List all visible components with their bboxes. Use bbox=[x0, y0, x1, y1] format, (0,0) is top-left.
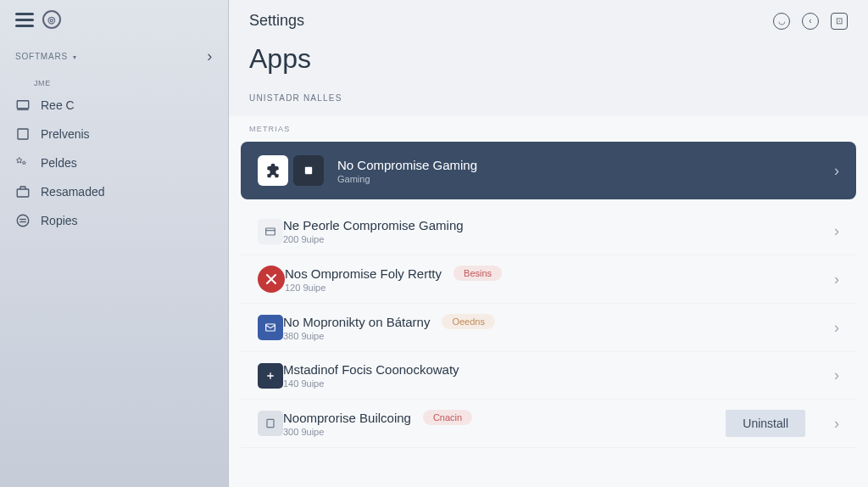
subsection-label: UNISTADR NALLES bbox=[229, 90, 868, 116]
sidebar-section-header[interactable]: SOFTMARS ▾ › bbox=[0, 42, 228, 70]
user-icon[interactable]: ◡ bbox=[773, 13, 790, 30]
chevron-right-icon: › bbox=[821, 271, 839, 288]
svg-rect-2 bbox=[18, 129, 28, 139]
apps-list: METRIAS No Compromise Gaming Gaming › Ne… bbox=[229, 116, 868, 487]
status-badge: Oeedns bbox=[442, 314, 495, 329]
chevron-right-icon: › bbox=[821, 367, 839, 384]
logo-icon[interactable]: ◎ bbox=[42, 10, 61, 29]
sidebar-top: ◎ bbox=[0, 10, 228, 42]
section-label-text: SOFTMARS bbox=[15, 52, 68, 61]
app-doc-icon bbox=[258, 411, 283, 436]
uninstall-button[interactable]: Uninstall bbox=[726, 410, 805, 437]
chevron-right-icon: › bbox=[821, 319, 839, 337]
main-content: Settings ◡ ‹ ⊡ Apps UNISTADR NALLES METR… bbox=[229, 0, 868, 487]
sidebar-item-prelvenis[interactable]: Prelvenis bbox=[0, 120, 228, 148]
svg-point-4 bbox=[17, 215, 29, 227]
chevron-right-icon: › bbox=[821, 222, 839, 240]
sidebar-item-label: Ropies bbox=[41, 214, 78, 227]
sidebar: ◎ SOFTMARS ▾ › JME Ree C Prelvenis Pelde… bbox=[0, 0, 229, 487]
app-sub: Gaming bbox=[337, 174, 821, 184]
app-name: No Mopronikty on Bátarny bbox=[283, 315, 430, 329]
sidebar-tiny-label: JME bbox=[0, 70, 228, 91]
app-row[interactable]: Ne Peorle Compromise Gaming 200 9uipe › bbox=[241, 208, 856, 255]
chevron-right-icon: › bbox=[207, 48, 213, 65]
app-close-icon bbox=[258, 266, 285, 293]
app-row-selected[interactable]: No Compromise Gaming Gaming › bbox=[241, 142, 856, 199]
app-window-icon bbox=[258, 219, 283, 244]
app-size: 140 9uipe bbox=[283, 378, 821, 389]
status-badge: Besins bbox=[453, 266, 502, 281]
app-text: Ne Peorle Compromise Gaming 200 9uipe bbox=[283, 218, 821, 244]
app-icon-group bbox=[258, 155, 324, 186]
sidebar-item-label: Peldes bbox=[41, 156, 77, 170]
app-text: No Compromise Gaming Gaming bbox=[337, 158, 821, 184]
svg-rect-0 bbox=[17, 101, 29, 109]
app-name: Nos Ompromise Foly Rertty bbox=[285, 266, 442, 281]
page-title: Apps bbox=[229, 36, 868, 90]
monitor-icon bbox=[15, 98, 31, 113]
app-row[interactable]: No Mopronikty on Bátarny Oeedns 380 9uip… bbox=[241, 304, 856, 352]
back-icon[interactable]: ‹ bbox=[802, 13, 819, 30]
app-stop-icon bbox=[293, 155, 324, 186]
app-text: Mstadinof Focis Coonockowaty 140 9uipe bbox=[283, 362, 821, 389]
app-row[interactable]: Nos Ompromise Foly Rertty Besins 120 9ui… bbox=[241, 255, 856, 304]
header: Settings ◡ ‹ ⊡ bbox=[229, 0, 868, 36]
sidebar-item-reec[interactable]: Ree C bbox=[0, 91, 228, 120]
chevron-right-icon: › bbox=[821, 162, 839, 180]
app-text: No Mopronikty on Bátarny Oeedns 380 9uip… bbox=[283, 314, 821, 341]
svg-rect-7 bbox=[305, 167, 312, 174]
briefcase-icon bbox=[15, 184, 31, 199]
header-title: Settings bbox=[249, 12, 304, 30]
menu-icon[interactable] bbox=[15, 13, 34, 27]
app-plus-icon bbox=[258, 363, 283, 389]
square-icon bbox=[15, 126, 31, 142]
app-size: 120 9uipe bbox=[285, 283, 821, 293]
app-size: 200 9uipe bbox=[283, 234, 821, 244]
header-icons: ◡ ‹ ⊡ bbox=[773, 13, 848, 30]
sidebar-item-label: Prelvenis bbox=[41, 127, 90, 141]
device-icon[interactable]: ⊡ bbox=[831, 13, 848, 30]
status-badge: Cnacin bbox=[423, 410, 472, 425]
circle-lines-icon bbox=[15, 213, 31, 228]
app-name: Ne Peorle Compromise Gaming bbox=[283, 218, 821, 232]
stars-icon bbox=[15, 155, 31, 171]
sidebar-item-ropies[interactable]: Ropies bbox=[0, 206, 228, 235]
app-name: Noomprorise Builcoing bbox=[283, 411, 411, 425]
sidebar-item-peldes[interactable]: Peldes bbox=[0, 148, 228, 177]
svg-rect-8 bbox=[266, 228, 275, 235]
app-row[interactable]: Mstadinof Focis Coonockowaty 140 9uipe › bbox=[241, 352, 856, 400]
app-text: Nos Ompromise Foly Rertty Besins 120 9ui… bbox=[285, 266, 821, 293]
sidebar-item-resamaded[interactable]: Resamaded bbox=[0, 177, 228, 206]
category-label: METRIAS bbox=[229, 116, 868, 142]
sidebar-item-label: Ree C bbox=[41, 98, 75, 112]
app-puzzle-icon bbox=[258, 155, 288, 186]
svg-rect-3 bbox=[17, 189, 29, 197]
app-mail-icon bbox=[258, 315, 283, 340]
svg-rect-11 bbox=[267, 419, 274, 427]
app-size: 380 9uipe bbox=[283, 331, 821, 341]
chevron-right-icon: › bbox=[821, 415, 839, 433]
caret-down-icon: ▾ bbox=[70, 53, 77, 61]
sidebar-item-label: Resamaded bbox=[41, 185, 105, 199]
app-name: No Compromise Gaming bbox=[337, 158, 821, 172]
app-row[interactable]: Noomprorise Builcoing Cnacin 300 9uipe U… bbox=[241, 400, 856, 448]
app-name: Mstadinof Focis Coonockowaty bbox=[283, 362, 821, 377]
